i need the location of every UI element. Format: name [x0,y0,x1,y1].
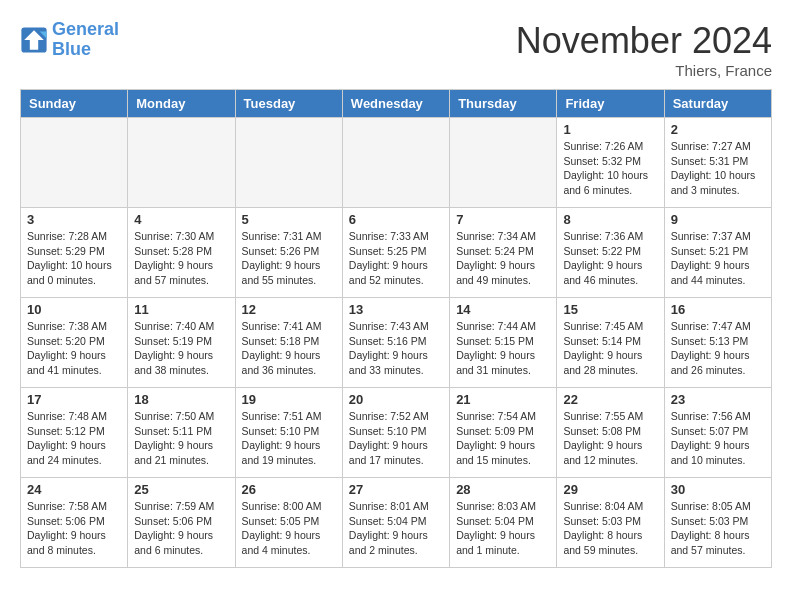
day-cell: 3Sunrise: 7:28 AM Sunset: 5:29 PM Daylig… [21,208,128,298]
day-info: Sunrise: 7:38 AM Sunset: 5:20 PM Dayligh… [27,319,121,378]
day-number: 22 [563,392,657,407]
day-number: 28 [456,482,550,497]
day-info: Sunrise: 7:40 AM Sunset: 5:19 PM Dayligh… [134,319,228,378]
day-cell [128,118,235,208]
day-info: Sunrise: 7:56 AM Sunset: 5:07 PM Dayligh… [671,409,765,468]
day-number: 17 [27,392,121,407]
day-number: 15 [563,302,657,317]
day-cell: 18Sunrise: 7:50 AM Sunset: 5:11 PM Dayli… [128,388,235,478]
week-row-2: 3Sunrise: 7:28 AM Sunset: 5:29 PM Daylig… [21,208,772,298]
logo-line1: General [52,19,119,39]
day-number: 27 [349,482,443,497]
day-info: Sunrise: 7:31 AM Sunset: 5:26 PM Dayligh… [242,229,336,288]
calendar-table: SundayMondayTuesdayWednesdayThursdayFrid… [20,89,772,568]
day-cell: 8Sunrise: 7:36 AM Sunset: 5:22 PM Daylig… [557,208,664,298]
day-number: 29 [563,482,657,497]
day-number: 10 [27,302,121,317]
month-title: November 2024 [516,20,772,62]
day-number: 16 [671,302,765,317]
day-number: 13 [349,302,443,317]
day-number: 4 [134,212,228,227]
header-cell-wednesday: Wednesday [342,90,449,118]
day-cell: 12Sunrise: 7:41 AM Sunset: 5:18 PM Dayli… [235,298,342,388]
header-cell-sunday: Sunday [21,90,128,118]
day-cell: 26Sunrise: 8:00 AM Sunset: 5:05 PM Dayli… [235,478,342,568]
day-info: Sunrise: 7:58 AM Sunset: 5:06 PM Dayligh… [27,499,121,558]
day-number: 11 [134,302,228,317]
week-row-1: 1Sunrise: 7:26 AM Sunset: 5:32 PM Daylig… [21,118,772,208]
week-row-4: 17Sunrise: 7:48 AM Sunset: 5:12 PM Dayli… [21,388,772,478]
day-info: Sunrise: 7:26 AM Sunset: 5:32 PM Dayligh… [563,139,657,198]
day-cell: 2Sunrise: 7:27 AM Sunset: 5:31 PM Daylig… [664,118,771,208]
day-info: Sunrise: 7:47 AM Sunset: 5:13 PM Dayligh… [671,319,765,378]
header-cell-monday: Monday [128,90,235,118]
day-number: 2 [671,122,765,137]
day-cell: 6Sunrise: 7:33 AM Sunset: 5:25 PM Daylig… [342,208,449,298]
day-cell: 22Sunrise: 7:55 AM Sunset: 5:08 PM Dayli… [557,388,664,478]
day-number: 9 [671,212,765,227]
day-cell: 5Sunrise: 7:31 AM Sunset: 5:26 PM Daylig… [235,208,342,298]
day-info: Sunrise: 7:55 AM Sunset: 5:08 PM Dayligh… [563,409,657,468]
day-info: Sunrise: 8:03 AM Sunset: 5:04 PM Dayligh… [456,499,550,558]
day-info: Sunrise: 7:44 AM Sunset: 5:15 PM Dayligh… [456,319,550,378]
day-cell: 28Sunrise: 8:03 AM Sunset: 5:04 PM Dayli… [450,478,557,568]
header-cell-thursday: Thursday [450,90,557,118]
day-cell: 15Sunrise: 7:45 AM Sunset: 5:14 PM Dayli… [557,298,664,388]
logo-icon [20,26,48,54]
day-number: 21 [456,392,550,407]
day-cell [450,118,557,208]
day-cell: 16Sunrise: 7:47 AM Sunset: 5:13 PM Dayli… [664,298,771,388]
day-info: Sunrise: 7:48 AM Sunset: 5:12 PM Dayligh… [27,409,121,468]
day-number: 24 [27,482,121,497]
day-info: Sunrise: 7:45 AM Sunset: 5:14 PM Dayligh… [563,319,657,378]
day-number: 19 [242,392,336,407]
header-cell-saturday: Saturday [664,90,771,118]
day-info: Sunrise: 7:33 AM Sunset: 5:25 PM Dayligh… [349,229,443,288]
day-cell [235,118,342,208]
day-cell: 17Sunrise: 7:48 AM Sunset: 5:12 PM Dayli… [21,388,128,478]
day-cell: 13Sunrise: 7:43 AM Sunset: 5:16 PM Dayli… [342,298,449,388]
day-number: 3 [27,212,121,227]
day-number: 7 [456,212,550,227]
day-info: Sunrise: 7:36 AM Sunset: 5:22 PM Dayligh… [563,229,657,288]
day-cell: 1Sunrise: 7:26 AM Sunset: 5:32 PM Daylig… [557,118,664,208]
header-cell-friday: Friday [557,90,664,118]
day-info: Sunrise: 8:04 AM Sunset: 5:03 PM Dayligh… [563,499,657,558]
day-info: Sunrise: 7:27 AM Sunset: 5:31 PM Dayligh… [671,139,765,198]
day-info: Sunrise: 7:54 AM Sunset: 5:09 PM Dayligh… [456,409,550,468]
day-number: 30 [671,482,765,497]
day-number: 23 [671,392,765,407]
day-cell: 21Sunrise: 7:54 AM Sunset: 5:09 PM Dayli… [450,388,557,478]
day-cell [342,118,449,208]
day-number: 1 [563,122,657,137]
day-cell: 20Sunrise: 7:52 AM Sunset: 5:10 PM Dayli… [342,388,449,478]
day-cell: 30Sunrise: 8:05 AM Sunset: 5:03 PM Dayli… [664,478,771,568]
day-cell: 7Sunrise: 7:34 AM Sunset: 5:24 PM Daylig… [450,208,557,298]
day-cell: 29Sunrise: 8:04 AM Sunset: 5:03 PM Dayli… [557,478,664,568]
day-info: Sunrise: 8:01 AM Sunset: 5:04 PM Dayligh… [349,499,443,558]
day-info: Sunrise: 7:41 AM Sunset: 5:18 PM Dayligh… [242,319,336,378]
header-row: SundayMondayTuesdayWednesdayThursdayFrid… [21,90,772,118]
week-row-5: 24Sunrise: 7:58 AM Sunset: 5:06 PM Dayli… [21,478,772,568]
day-number: 6 [349,212,443,227]
day-info: Sunrise: 7:52 AM Sunset: 5:10 PM Dayligh… [349,409,443,468]
day-info: Sunrise: 8:00 AM Sunset: 5:05 PM Dayligh… [242,499,336,558]
day-cell: 14Sunrise: 7:44 AM Sunset: 5:15 PM Dayli… [450,298,557,388]
day-number: 25 [134,482,228,497]
day-number: 14 [456,302,550,317]
day-cell: 10Sunrise: 7:38 AM Sunset: 5:20 PM Dayli… [21,298,128,388]
day-info: Sunrise: 7:51 AM Sunset: 5:10 PM Dayligh… [242,409,336,468]
day-cell: 23Sunrise: 7:56 AM Sunset: 5:07 PM Dayli… [664,388,771,478]
day-cell: 27Sunrise: 8:01 AM Sunset: 5:04 PM Dayli… [342,478,449,568]
day-info: Sunrise: 7:50 AM Sunset: 5:11 PM Dayligh… [134,409,228,468]
day-info: Sunrise: 7:59 AM Sunset: 5:06 PM Dayligh… [134,499,228,558]
title-block: November 2024 Thiers, France [516,20,772,79]
day-number: 18 [134,392,228,407]
logo-text: General Blue [52,20,119,60]
location: Thiers, France [516,62,772,79]
day-number: 8 [563,212,657,227]
page-header: General Blue November 2024 Thiers, Franc… [20,20,772,79]
day-info: Sunrise: 7:28 AM Sunset: 5:29 PM Dayligh… [27,229,121,288]
day-cell [21,118,128,208]
week-row-3: 10Sunrise: 7:38 AM Sunset: 5:20 PM Dayli… [21,298,772,388]
